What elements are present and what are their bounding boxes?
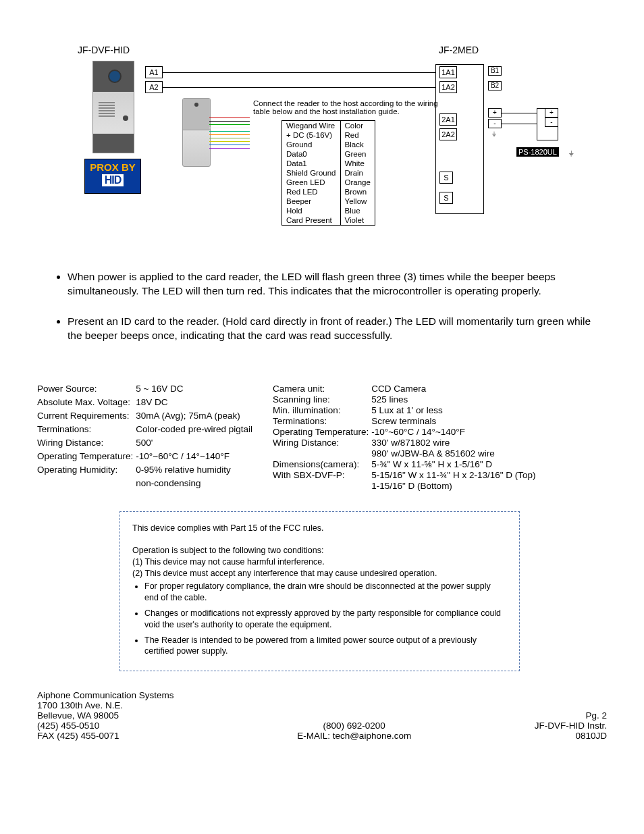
spec-value: 0-95% relative humidity bbox=[136, 465, 252, 477]
door-station-graphic bbox=[92, 61, 134, 153]
footer-left: Aiphone Communication Systems 1700 130th… bbox=[37, 690, 174, 741]
pin-2a1: 2A1 bbox=[439, 113, 457, 126]
fcc-notice: This device complies with Part 15 of the… bbox=[119, 511, 520, 672]
spec-key: Scanning line: bbox=[273, 394, 369, 405]
spec-value: non-condensing bbox=[136, 478, 252, 491]
fcc-cond2: (2) This device must accept any interfer… bbox=[132, 568, 507, 579]
spec-value: Screw terminals bbox=[371, 416, 535, 426]
specs-right-column: Camera unit:CCD CameraScanning line:525 … bbox=[273, 384, 536, 491]
footer-email: E-MAIL: tech@aiphone.com bbox=[297, 731, 411, 741]
footer-phone: (425) 455-0510 bbox=[37, 721, 174, 731]
page-footer: Aiphone Communication Systems 1700 130th… bbox=[37, 690, 607, 741]
spec-value: 1-15/16" D (Bottom) bbox=[371, 481, 535, 491]
specs-left-column: Power Source:5 ~ 16V DCAbsolute Max. Vol… bbox=[37, 384, 252, 491]
fcc-line2: Operation is subject to the following tw… bbox=[132, 545, 507, 556]
wiegand-th-1: Color bbox=[340, 121, 375, 131]
spec-value: 5 ~ 16V DC bbox=[136, 384, 252, 396]
fcc-bullet: The Reader is intended to be powered fro… bbox=[144, 635, 507, 658]
spec-key bbox=[273, 448, 369, 459]
specifications: Power Source:5 ~ 16V DCAbsolute Max. Vol… bbox=[37, 384, 607, 491]
wiegand-th-0: Wiegand Wire bbox=[282, 121, 341, 131]
ground-icon: ⏚ bbox=[569, 149, 574, 157]
spec-key: With SBX-DVF-P: bbox=[273, 470, 369, 480]
footer-company: Aiphone Communication Systems bbox=[37, 690, 174, 700]
spec-key: Min. illumination: bbox=[273, 405, 369, 415]
diagram-left-label: JF-DVF-HID bbox=[78, 45, 130, 55]
prox-badge: PROX BY HID bbox=[84, 159, 141, 194]
psu-graphic: + - bbox=[537, 108, 558, 140]
footer-right: Pg. 2 JF-DVF-HID Instr. 0810JD bbox=[535, 710, 607, 741]
spec-key: Current Requirements: bbox=[37, 411, 133, 423]
pin-plus: + bbox=[488, 108, 502, 118]
instruction-item: Present an ID card to the reader. (Hold … bbox=[68, 315, 594, 343]
spec-key: Terminations: bbox=[273, 416, 369, 426]
psu-plus: + bbox=[545, 108, 558, 118]
prox-line2: HID bbox=[102, 174, 124, 186]
reader-graphic bbox=[182, 98, 211, 167]
spec-key: Terminations: bbox=[37, 424, 133, 437]
spec-key: Wiring Distance: bbox=[273, 438, 369, 448]
spec-value: 18V DC bbox=[136, 397, 252, 410]
prox-line1: PROX BY bbox=[85, 161, 140, 173]
spec-value: -10°~60°C / 14°~140°F bbox=[371, 427, 535, 437]
spec-value: 500' bbox=[136, 438, 252, 450]
spec-value: 5 Lux at 1' or less bbox=[371, 405, 535, 415]
connect-text: Connect the reader to the host according… bbox=[253, 99, 442, 115]
spec-value: 330' w/871802 wire bbox=[371, 438, 535, 448]
pin-a2: A2 bbox=[145, 81, 163, 93]
fcc-bullet: Changes or modifications not expressly a… bbox=[144, 608, 507, 631]
footer-rev: 0810JD bbox=[535, 731, 607, 741]
pin-2a2: 2A2 bbox=[439, 128, 457, 140]
footer-addr1: 1700 130th Ave. N.E. bbox=[37, 700, 174, 710]
spec-key: Absolute Max. Voltage: bbox=[37, 397, 133, 410]
spec-value: CCD Camera bbox=[371, 384, 535, 394]
psu-minus: - bbox=[545, 118, 558, 127]
instruction-list: When power is applied to the card reader… bbox=[68, 270, 607, 343]
spec-key: Power Source: bbox=[37, 384, 133, 396]
instruction-item: When power is applied to the card reader… bbox=[68, 270, 594, 298]
spec-value: Color-coded pre-wired pigtail bbox=[136, 424, 252, 437]
pin-b1: B1 bbox=[488, 66, 502, 76]
footer-page: Pg. 2 bbox=[535, 710, 607, 721]
spec-value: 30mA (Avg); 75mA (peak) bbox=[136, 411, 252, 423]
spec-key bbox=[37, 478, 133, 491]
pin-minus: - bbox=[488, 119, 502, 128]
spec-value: 5-15/16" W x 11-¾" H x 2-13/16" D (Top) bbox=[371, 470, 535, 480]
fcc-bullet: For proper regulatory compliance, the dr… bbox=[144, 581, 507, 604]
fcc-cond1: (1) This device may not cause harmful in… bbox=[132, 556, 507, 568]
spec-value: 980' w/JBW-BA & 851602 wire bbox=[371, 448, 535, 459]
pin-b2: B2 bbox=[488, 81, 502, 90]
spec-value: -10°~60°C / 14°~140°F bbox=[136, 451, 252, 464]
psu-label: PS-1820UL bbox=[516, 147, 559, 157]
footer-addr2: Bellevue, WA 98005 bbox=[37, 710, 174, 721]
spec-key: Operating Temperature: bbox=[37, 451, 133, 464]
pin-s1: S bbox=[439, 172, 453, 184]
spec-key bbox=[273, 481, 369, 491]
spec-key: Operating Temperature: bbox=[273, 427, 369, 437]
spec-key: Dimensions(camera): bbox=[273, 459, 369, 469]
pin-a1: A1 bbox=[145, 66, 163, 78]
footer-model: JF-DVF-HID Instr. bbox=[535, 721, 607, 731]
pin-s2: S bbox=[439, 192, 453, 204]
spec-key: Wiring Distance: bbox=[37, 438, 133, 450]
wiring-diagram: JF-DVF-HID JF-2MED PROX BY HID A1 A2 Con… bbox=[37, 41, 604, 243]
footer-tollfree: (800) 692-0200 bbox=[297, 721, 411, 731]
spec-key: Operating Humidity: bbox=[37, 465, 133, 477]
footer-middle: (800) 692-0200 E-MAIL: tech@aiphone.com bbox=[297, 721, 411, 741]
spec-key: Camera unit: bbox=[273, 384, 369, 394]
spec-value: 5-¾" W x 11-⅝" H x 1-5/16" D bbox=[371, 459, 535, 469]
pin-1a2: 1A2 bbox=[439, 81, 457, 93]
diagram-right-label: JF-2MED bbox=[439, 45, 479, 55]
wiegand-table: Wiegand Wire Color + DC (5-16V)RedGround… bbox=[281, 120, 375, 226]
pin-1a1: 1A1 bbox=[439, 66, 457, 78]
spec-value: 525 lines bbox=[371, 394, 535, 405]
fcc-line1: This device complies with Part 15 of the… bbox=[132, 523, 507, 534]
footer-fax: FAX (425) 455-0071 bbox=[37, 731, 174, 741]
